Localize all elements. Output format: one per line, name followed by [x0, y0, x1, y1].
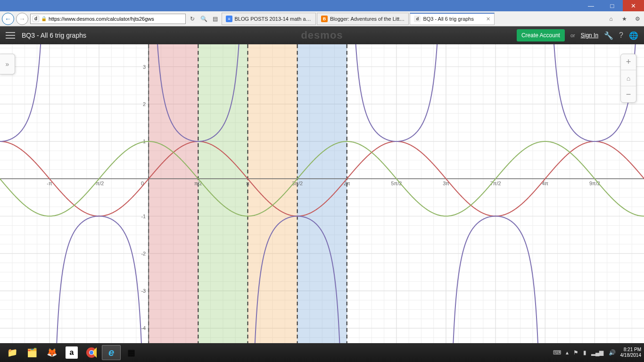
taskbar-clock[interactable]: 8:21 PM 4/18/2014: [620, 347, 642, 358]
system-tray: ⌨ ▴ ⚑ ▮ ▂▄▆ 🔊 8:21 PM 4/18/2014: [553, 347, 641, 358]
desmos-logo: desmos: [301, 29, 343, 41]
window-minimize-button[interactable]: —: [580, 0, 602, 11]
tab-label: BLOG POSTS 2013-14 math an…: [235, 16, 312, 22]
lock-icon: 🔒: [41, 16, 47, 21]
taskbar-item-1[interactable]: 🗂️: [23, 345, 41, 360]
taskbar: 📁🗂️🦊ae▦ ⌨ ▴ ⚑ ▮ ▂▄▆ 🔊 8:21 PM 4/18/2014: [0, 343, 644, 362]
tab-favicon-icon: d: [414, 16, 421, 22]
tab-favicon-icon: ≡: [226, 16, 232, 22]
url-text: https://www.desmos.com/calculator/hjts26…: [49, 16, 154, 22]
create-account-button[interactable]: Create Account: [517, 29, 565, 41]
address-bar[interactable]: d 🔒 https://www.desmos.com/calculator/hj…: [30, 14, 186, 24]
graph-canvas[interactable]: -π-π/20π/2π3π/22π5π/23π7π/24π9π/2-4-3-2-…: [0, 44, 644, 343]
search-dropdown-icon[interactable]: 🔍: [199, 14, 208, 24]
svg-text:π: π: [246, 181, 250, 186]
browser-tab-2[interactable]: dBQ3 - All 6 trig graphs✕: [410, 13, 495, 25]
expand-expression-list-button[interactable]: »: [0, 54, 15, 74]
window-maximize-button[interactable]: □: [602, 0, 623, 11]
taskbar-item-5[interactable]: e: [102, 345, 121, 360]
zoom-control: + ⌂ −: [620, 54, 636, 103]
tab-close-icon[interactable]: ✕: [486, 16, 490, 22]
flag-tray-icon[interactable]: ⚑: [573, 349, 578, 356]
taskbar-item-0[interactable]: 📁: [3, 345, 22, 360]
svg-text:2: 2: [143, 101, 146, 107]
zoom-home-button[interactable]: ⌂: [621, 70, 636, 86]
svg-rect-103: [149, 44, 198, 343]
zoom-out-button[interactable]: −: [621, 86, 636, 102]
help-icon[interactable]: ?: [619, 31, 623, 40]
refresh-button[interactable]: ↻: [188, 14, 197, 24]
svg-text:-3: -3: [141, 288, 146, 294]
svg-rect-106: [297, 44, 347, 343]
graph-title[interactable]: BQ3 - All 6 trig graphs: [22, 32, 86, 39]
compat-view-icon[interactable]: ▤: [210, 14, 220, 24]
taskbar-item-2[interactable]: 🦊: [42, 345, 61, 360]
site-favicon-icon: d: [33, 16, 39, 22]
wrench-icon[interactable]: 🔧: [604, 31, 613, 40]
chevron-up-icon[interactable]: ▴: [566, 349, 569, 356]
zoom-in-button[interactable]: +: [621, 54, 636, 70]
tab-favicon-icon: B: [321, 16, 328, 22]
svg-text:3: 3: [143, 64, 146, 70]
or-label: or: [570, 33, 575, 38]
menu-button[interactable]: [6, 32, 15, 39]
window-close-button[interactable]: ✕: [623, 0, 644, 11]
home-icon[interactable]: ⌂: [606, 14, 616, 24]
svg-text:-1: -1: [141, 214, 146, 219]
network-tray-icon[interactable]: ▂▄▆: [591, 349, 604, 356]
tools-icon[interactable]: ⚙: [633, 14, 642, 24]
favorites-icon[interactable]: ★: [619, 14, 629, 24]
svg-point-136: [90, 351, 93, 354]
svg-text:-4: -4: [141, 325, 146, 331]
taskbar-item-6[interactable]: ▦: [122, 345, 140, 360]
svg-text:-2: -2: [141, 251, 146, 256]
taskbar-item-4[interactable]: [82, 345, 101, 360]
browser-tab-1[interactable]: BBlogger: Adventures of the Litt…: [317, 13, 409, 25]
back-button[interactable]: ←: [2, 13, 14, 25]
volume-tray-icon[interactable]: 🔊: [609, 349, 616, 356]
window-titlebar: — □ ✕: [0, 0, 644, 11]
browser-tab-0[interactable]: ≡BLOG POSTS 2013-14 math an…: [222, 13, 316, 25]
tab-label: Blogger: Adventures of the Litt…: [330, 16, 405, 22]
svg-rect-105: [248, 44, 297, 343]
battery-tray-icon[interactable]: ▮: [583, 349, 586, 356]
svg-text:-π/2: -π/2: [94, 181, 104, 186]
tab-label: BQ3 - All 6 trig graphs: [423, 16, 474, 22]
sign-in-link[interactable]: Sign In: [581, 32, 598, 39]
share-icon[interactable]: 🌐: [629, 31, 638, 40]
forward-button[interactable]: →: [16, 13, 28, 25]
browser-toolbar: ← → d 🔒 https://www.desmos.com/calculato…: [0, 11, 644, 26]
keyboard-tray-icon[interactable]: ⌨: [553, 349, 561, 356]
taskbar-item-3[interactable]: a: [62, 345, 81, 360]
app-header: BQ3 - All 6 trig graphs desmos Create Ac…: [0, 26, 644, 44]
svg-rect-104: [198, 44, 248, 343]
